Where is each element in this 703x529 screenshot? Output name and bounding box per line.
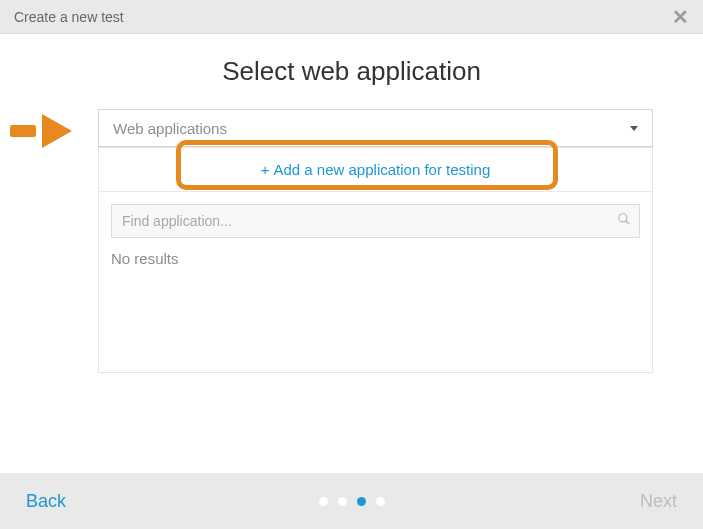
step-dot-2 — [338, 497, 347, 506]
arrow-head-icon — [42, 114, 72, 148]
chevron-down-icon — [630, 126, 638, 131]
dialog-title: Create a new test — [14, 9, 124, 25]
step-dot-1 — [319, 497, 328, 506]
add-application-link[interactable]: + Add a new application for testing — [261, 161, 491, 178]
step-dot-4 — [376, 497, 385, 506]
plus-icon: + — [261, 161, 270, 178]
search-field — [111, 204, 640, 238]
search-input[interactable] — [112, 205, 639, 237]
svg-line-1 — [626, 221, 630, 225]
close-icon: ✕ — [672, 6, 689, 28]
wizard-footer: Back Next — [0, 473, 703, 529]
back-button[interactable]: Back — [26, 491, 66, 512]
web-applications-dropdown[interactable]: Web applications — [98, 109, 653, 147]
close-button[interactable]: ✕ — [672, 7, 689, 27]
arrow-tail-icon — [10, 125, 36, 137]
add-application-label: Add a new application for testing — [273, 161, 490, 178]
step-dot-3 — [357, 497, 366, 506]
dialog-header: Create a new test ✕ — [0, 0, 703, 34]
svg-point-0 — [619, 214, 627, 222]
annotation-arrow — [10, 114, 72, 148]
step-indicator — [319, 497, 385, 506]
application-panel: + Add a new application for testing No r… — [98, 147, 653, 373]
next-button[interactable]: Next — [640, 491, 677, 512]
page-title: Select web application — [50, 56, 653, 87]
search-icon — [617, 212, 631, 230]
dropdown-label: Web applications — [113, 120, 227, 137]
no-results-text: No results — [99, 250, 652, 281]
